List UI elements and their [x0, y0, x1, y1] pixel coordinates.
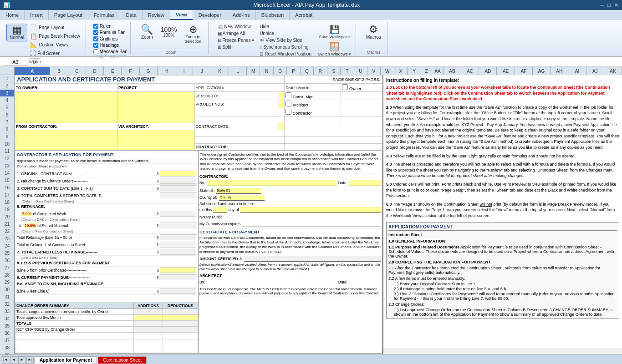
pct-5b-value[interactable]: 10.0%: [24, 223, 36, 228]
co-row-2-additions[interactable]: [133, 315, 163, 321]
headings-checkbox-row[interactable]: Headings: [93, 43, 127, 48]
new-window-btn[interactable]: 📰 New Window: [216, 24, 256, 30]
tab-nav-next[interactable]: ►: [18, 356, 25, 364]
unhide-btn[interactable]: Unhide: [258, 30, 313, 36]
col-af[interactable]: AF: [515, 67, 533, 75]
formula-input[interactable]: [41, 58, 620, 66]
tab-data[interactable]: Data: [120, 10, 142, 20]
to-owner-value[interactable]: [15, 92, 117, 123]
freeze-panes-btn[interactable]: ⊟ Freeze Panes ▾: [216, 37, 256, 43]
minimize-btn[interactable]: ─: [601, 2, 604, 8]
split-btn[interactable]: ⊞ Split: [216, 44, 256, 50]
tab-nav-last[interactable]: ►|: [26, 356, 34, 364]
zoom-100-btn[interactable]: 100% 100%: [158, 24, 180, 39]
col-s[interactable]: S: [327, 67, 341, 75]
project-nos-value[interactable]: [279, 100, 285, 108]
architect-checkbox[interactable]: [286, 101, 291, 106]
page-break-btn[interactable]: 📋Page Break Preview: [28, 32, 82, 40]
col-w[interactable]: W: [381, 67, 394, 75]
zoom-selection-btn[interactable]: ⊕ Zoom to Selection: [182, 24, 204, 45]
macros-btn[interactable]: ⚙ Macros: [363, 24, 384, 40]
tab-continuation-sheet[interactable]: Continuation Sheet: [98, 356, 147, 364]
ruler-checkbox-row[interactable]: Ruler: [93, 24, 127, 29]
col-d[interactable]: D: [86, 67, 104, 75]
notary-value[interactable]: [225, 214, 381, 220]
contractor-checkbox[interactable]: [286, 109, 291, 115]
co-row-2-deductions[interactable]: [163, 315, 198, 321]
col-k[interactable]: K: [211, 67, 229, 75]
col-b[interactable]: B: [50, 67, 68, 75]
state-value[interactable]: State 01: [216, 188, 261, 194]
col-ah[interactable]: AH: [551, 67, 568, 75]
owner-checkbox[interactable]: [342, 84, 348, 90]
col-aj[interactable]: AJ: [586, 67, 604, 75]
switch-windows-btn[interactable]: 🪟 Switch Windows ▾: [315, 41, 354, 57]
maximize-btn[interactable]: □: [607, 2, 611, 8]
tab-formulas[interactable]: Formulas: [88, 10, 121, 20]
col-ae[interactable]: AE: [497, 67, 515, 75]
arrange-all-btn[interactable]: ▦ Arrange All: [216, 30, 256, 36]
col-v[interactable]: V: [367, 67, 381, 75]
from-contractor-value[interactable]: [15, 130, 117, 151]
page-layout-btn[interactable]: 📄Page Layout: [28, 24, 82, 31]
col-ag[interactable]: AG: [533, 67, 551, 75]
message-bar-checkbox[interactable]: [93, 49, 98, 54]
contractor-by-value[interactable]: [207, 180, 336, 186]
view-side-by-side-btn[interactable]: 👁 View Side by Side: [258, 37, 313, 43]
col-m[interactable]: M: [247, 67, 260, 75]
tab-acrobat[interactable]: Acrobat: [290, 10, 318, 20]
contract-date-value[interactable]: [279, 123, 285, 130]
full-screen-btn[interactable]: ⛶Full Screen: [28, 50, 82, 57]
zoom-btn[interactable]: 🔍 Zoom: [138, 24, 156, 40]
contractor-date-value[interactable]: [349, 180, 381, 186]
formula-bar-checkbox-row[interactable]: Formula Bar: [93, 30, 127, 35]
day-of-value[interactable]: [240, 207, 381, 213]
architect-by-value[interactable]: [207, 279, 336, 285]
tab-nav-prev[interactable]: ◄: [10, 356, 17, 364]
col-h[interactable]: H: [158, 67, 175, 75]
col-g[interactable]: G: [140, 67, 158, 75]
tab-review[interactable]: Review: [143, 10, 170, 20]
period-to-value[interactable]: [279, 92, 285, 100]
col-e[interactable]: E: [104, 67, 122, 75]
col-f[interactable]: F: [122, 67, 139, 75]
col-p[interactable]: P: [287, 67, 300, 75]
tab-application-for-payment[interactable]: Application for Payment: [35, 356, 97, 364]
col-x[interactable]: X: [394, 67, 408, 75]
tab-home[interactable]: Home: [0, 10, 25, 20]
col-ac[interactable]: AC: [461, 67, 479, 75]
save-workspace-btn[interactable]: 💾 Save Workspace: [315, 24, 354, 40]
via-architect-value[interactable]: [117, 130, 194, 151]
headings-checkbox[interactable]: [93, 43, 98, 48]
gridlines-checkbox[interactable]: [93, 36, 98, 41]
col-r[interactable]: R: [314, 67, 327, 75]
col-y[interactable]: Y: [408, 67, 421, 75]
tab-nav-first[interactable]: |◄: [2, 356, 9, 364]
gridlines-checkbox-row[interactable]: Gridlines: [93, 36, 127, 41]
col-t[interactable]: T: [341, 67, 354, 75]
col-a[interactable]: A: [15, 67, 50, 75]
col-ak[interactable]: AK: [604, 67, 622, 75]
sync-scroll-btn[interactable]: ↕ Synchronous Scrolling: [258, 44, 313, 50]
close-btn[interactable]: ✕: [614, 2, 618, 8]
col-q[interactable]: Q: [301, 67, 314, 75]
tab-developer[interactable]: Developer: [193, 10, 227, 20]
project-value[interactable]: [117, 92, 194, 123]
tab-add-ins[interactable]: Add-Ins: [227, 10, 256, 20]
col-j[interactable]: J: [193, 67, 211, 75]
col-ab[interactable]: AB: [444, 67, 461, 75]
col-o[interactable]: O: [274, 67, 287, 75]
reset-window-btn[interactable]: ⊡ Reset Window Position: [258, 51, 313, 57]
message-bar-checkbox-row[interactable]: Message Bar: [93, 49, 127, 54]
me-this-value[interactable]: [213, 207, 227, 213]
line-8-value[interactable]: [160, 267, 196, 273]
tab-view[interactable]: View: [170, 10, 193, 20]
col-l[interactable]: L: [229, 67, 247, 75]
county-value[interactable]: County: [219, 195, 265, 201]
col-n[interactable]: N: [260, 67, 273, 75]
tab-bluebeam[interactable]: Bluebeam: [256, 10, 290, 20]
architect-date-value[interactable]: [349, 279, 381, 285]
tab-insert[interactable]: Insert: [25, 10, 49, 20]
col-z[interactable]: Z: [421, 67, 433, 75]
ruler-checkbox[interactable]: [93, 24, 98, 29]
